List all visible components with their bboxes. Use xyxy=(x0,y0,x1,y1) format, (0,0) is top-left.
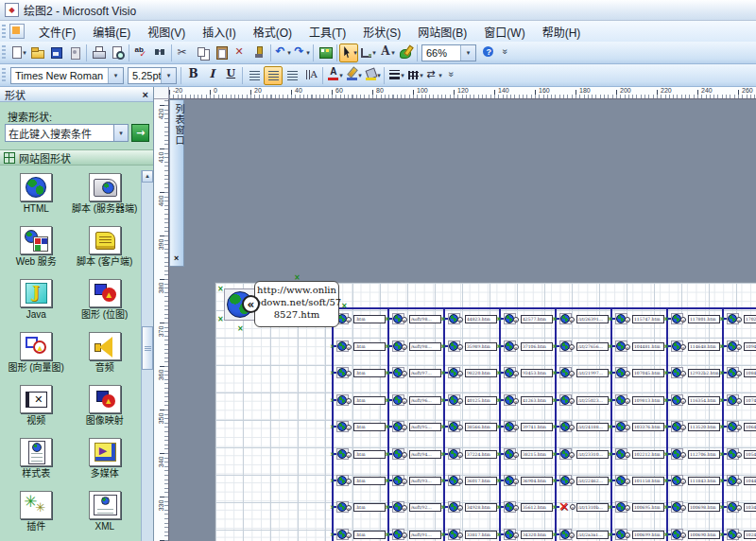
help-button[interactable] xyxy=(478,44,497,62)
undo-button[interactable]: ▾ xyxy=(273,44,292,62)
site-page-node[interactable]: /soft/98… xyxy=(388,312,441,325)
align-left-button[interactable] xyxy=(245,66,264,85)
site-page-node[interactable]: /soft/94… xyxy=(388,447,441,461)
redo-button[interactable]: ▾ xyxy=(292,44,311,62)
open-button[interactable] xyxy=(27,44,46,62)
site-page-node[interactable]: 44823.htm xyxy=(444,312,497,325)
selection-handle[interactable]: × xyxy=(341,302,348,310)
site-page-node[interactable]: .htm xyxy=(333,312,386,325)
menu-item[interactable]: 窗口(W) xyxy=(475,21,533,43)
align-center-button[interactable] xyxy=(264,66,283,85)
connector-button[interactable]: ▾ xyxy=(358,44,377,62)
site-page-node[interactable]: 102212.htm xyxy=(611,447,664,461)
site-page-node[interactable]: 35989.htm xyxy=(444,340,497,353)
site-page-node[interactable]: 38566.htm xyxy=(444,420,497,433)
stencil-master[interactable]: Web 服务 xyxy=(2,223,71,276)
site-page-node[interactable]: 111843.htm xyxy=(667,474,720,487)
cut-button[interactable] xyxy=(174,44,193,62)
vertical-text-button[interactable] xyxy=(301,66,320,85)
line-weight-button[interactable]: ▾ xyxy=(387,66,405,85)
stencil-master[interactable]: HTML xyxy=(2,170,71,223)
site-page-node[interactable]: 103376.htm xyxy=(611,420,664,433)
stencil-master[interactable]: 插件 xyxy=(2,488,71,541)
pointer-button[interactable]: ▾ xyxy=(339,44,358,62)
site-page-node[interactable]: /soft/95… xyxy=(388,420,441,433)
site-page-node[interactable]: 112706.htm xyxy=(667,447,720,461)
search-go-button[interactable]: → xyxy=(131,124,149,142)
selection-handle[interactable]: × xyxy=(237,324,244,333)
stencil-master[interactable]: XML xyxy=(71,488,140,541)
stencil-master[interactable]: 视频 xyxy=(2,382,71,435)
site-page-node[interactable]: 101158.htm xyxy=(611,474,664,487)
site-page-node[interactable]: 33817.htm xyxy=(444,528,497,541)
site-page-node[interactable]: 106452.htm xyxy=(723,420,756,433)
site-page-node[interactable]: 100698.htm xyxy=(667,500,720,514)
site-page-node[interactable]: 108470.htm xyxy=(723,366,756,379)
site-page-node[interactable]: 37224.htm xyxy=(444,447,497,461)
site-page-node[interactable]: 40125.htm xyxy=(444,393,497,407)
site-page-node[interactable]: /zt/21997… xyxy=(556,366,609,379)
site-page-node[interactable]: /soft/93… xyxy=(388,474,441,487)
site-page-node[interactable]: 114648.htm xyxy=(667,340,720,353)
site-page-node[interactable]: 115747.htm xyxy=(611,312,664,325)
site-page-node[interactable]: 98220.htm xyxy=(444,366,497,379)
preview-button[interactable] xyxy=(108,44,127,62)
fill-color-button[interactable]: ▾ xyxy=(363,66,382,85)
site-page-node[interactable]: .htm xyxy=(333,447,386,461)
stencil-master[interactable]: 图像映射 xyxy=(71,382,140,435)
title-bar[interactable]: 绘图2 - Microsoft Visio xyxy=(0,0,756,21)
site-page-node[interactable]: /soft/98… xyxy=(388,340,441,353)
site-page-node[interactable]: .htm xyxy=(333,474,386,487)
bold-button[interactable] xyxy=(183,66,202,85)
shapes-window-button[interactable] xyxy=(316,44,335,62)
scrollbar-thumb[interactable] xyxy=(142,326,153,370)
drawing-button[interactable] xyxy=(396,44,415,62)
site-page-node[interactable]: 100699.htm xyxy=(611,528,664,541)
chevron-button[interactable] xyxy=(497,44,516,62)
site-page-node[interactable]: 104434.htm xyxy=(723,474,756,487)
site-page-node[interactable]: /zt/23310… xyxy=(556,447,609,461)
site-page-node[interactable]: /soft/92… xyxy=(388,500,441,514)
line-pattern-button[interactable]: ▾ xyxy=(405,66,424,85)
menu-item[interactable]: 工具(T) xyxy=(301,21,354,43)
site-page-node[interactable]: .htm xyxy=(333,500,386,514)
site-page-node[interactable]: /zt/24188… xyxy=(556,420,609,433)
site-page-node[interactable]: .htm xyxy=(333,393,386,407)
site-page-node[interactable]: 104481.htm xyxy=(611,340,664,353)
menu-item[interactable]: 格式(O) xyxy=(245,21,301,43)
menu-item[interactable]: 视图(V) xyxy=(139,21,194,43)
stencil-master[interactable]: 音频 xyxy=(71,329,140,382)
italic-button[interactable] xyxy=(202,66,221,85)
seal-button[interactable] xyxy=(65,44,84,62)
format-painter-button[interactable] xyxy=(249,44,268,62)
drawing-canvas[interactable]: 列表窗口 × .htm.htm.htm.htm.htm.htm.htm.htm.… xyxy=(169,99,756,541)
site-page-node[interactable]: 116354.htm xyxy=(667,393,720,407)
site-page-node[interactable]: 34928.htm xyxy=(444,500,497,514)
zoom-combo[interactable]: 66%▾ xyxy=(421,44,476,61)
chevron-down-icon[interactable]: ▾ xyxy=(114,124,129,142)
site-page-node[interactable]: /zt/22462… xyxy=(556,474,609,487)
chevron-button[interactable] xyxy=(443,66,462,85)
stencil-master[interactable]: 图形 (向量图) xyxy=(2,329,71,382)
scroll-up-icon[interactable]: ▲ xyxy=(142,170,153,183)
site-page-node[interactable]: 42577.htm xyxy=(500,312,553,325)
site-page-node[interactable]: 35612.htm xyxy=(500,500,553,514)
site-page-node[interactable]: .htm xyxy=(333,420,386,433)
site-page-node[interactable]: 107466.htm xyxy=(723,393,756,407)
site-page-node[interactable]: /zt/25023… xyxy=(556,393,609,407)
site-page-node[interactable]: 12932b2.htm xyxy=(667,366,720,379)
document-icon[interactable] xyxy=(9,24,25,39)
site-page-node[interactable]: 37106.htm xyxy=(500,340,553,353)
stencil-master[interactable]: 脚本 (服务器端) xyxy=(71,170,140,223)
panel-scrollbar[interactable]: ▲ xyxy=(141,170,153,541)
copy-button[interactable] xyxy=(193,44,212,62)
site-page-node[interactable]: 103430.htm xyxy=(723,500,756,514)
site-page-node[interactable]: 102426.htm xyxy=(723,528,756,541)
dropdown-arrow-icon[interactable]: ▾ xyxy=(108,68,123,83)
list-window-collapsed-panel[interactable]: 列表窗口 × xyxy=(169,99,184,267)
collapse-button[interactable]: « xyxy=(242,295,260,313)
font-combo[interactable]: Times New Roman▾ xyxy=(10,67,124,84)
size-combo[interactable]: 5.25pt▾ xyxy=(128,67,177,84)
dropdown-arrow-icon[interactable]: ▾ xyxy=(460,45,475,61)
site-page-node[interactable]: .htm xyxy=(333,528,386,541)
